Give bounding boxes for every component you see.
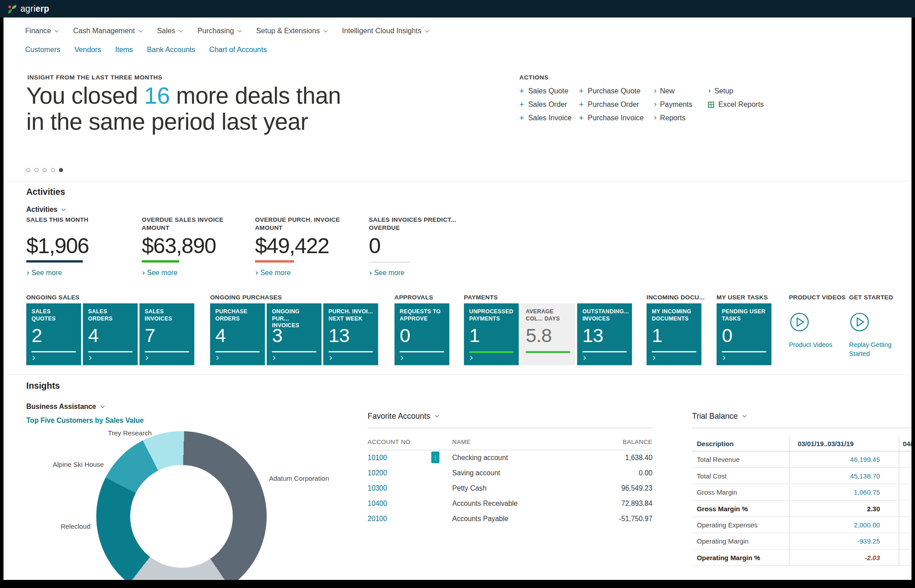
menu-setup-extensions[interactable]: Setup & Extensions [256,27,326,35]
see-more-link[interactable]: See more [26,269,141,277]
table-row: Total Cost 45,138.70 [692,468,911,484]
cue-tile-sales-invoices[interactable]: SALES INVOICES7 [140,303,194,365]
account-no-link[interactable]: 10300 [368,484,387,492]
table-row[interactable]: 10300 Petty Cash 96,549.23 [368,481,652,496]
play-icon[interactable] [789,312,810,333]
nav-link-vendors[interactable]: Vendors [75,45,101,53]
menu-label: Cash Management [73,27,135,35]
menu-purchasing[interactable]: Purchasing [198,27,241,35]
action-payments[interactable]: Payments [654,101,708,109]
account-no-link[interactable]: 10100 [368,454,387,462]
replay-getting-started-link[interactable]: Replay Getting Started [849,341,897,358]
chevron-down-icon [139,28,143,32]
carousel-dot[interactable] [51,168,55,172]
favorite-accounts-dropdown[interactable]: Favorite Accounts [368,412,652,421]
table-row[interactable]: 10200 Saving account 0.00 [368,465,652,481]
account-no-link[interactable]: 10200 [368,469,387,477]
tile-bar [31,351,76,352]
action-label: Sales Invoice [528,114,572,122]
chevron-right-icon [651,356,655,360]
headline-text: in the same period last year [26,109,308,134]
chevron-right-icon [215,356,219,360]
table-row[interactable]: 10400 Accounts Receivable 72,893.84 [368,496,652,511]
add-icon: + [579,115,584,121]
nav-link-bank-accounts[interactable]: Bank Accounts [147,45,195,53]
account-no-link[interactable]: 20100 [368,514,387,522]
carousel-dot[interactable] [26,168,30,172]
carousel-dot-active[interactable] [59,168,63,172]
menu-cash-management[interactable]: Cash Management [73,27,141,35]
cue-tile-requests-to-approve[interactable]: REQUESTS TO APPROVE0 [395,303,449,365]
add-icon: + [519,101,524,107]
brand-suffix: erp [35,4,49,13]
cue-tile-unprocessed-payments[interactable]: UNPROCESSED PAYMENTS1 [464,303,519,365]
tb-description: Gross Margin [692,489,789,496]
action-purchase-order[interactable]: +Purchase Order [579,101,653,109]
chevron-right-icon [469,356,473,360]
cue-group-ongoing-purchases: ONGOING PURCHASES PURCHASE ORDERS4 ONGOI… [210,294,378,365]
menu-sales[interactable]: Sales [157,27,182,35]
main-menu: Finance Cash Management Sales Purchasing… [25,27,428,35]
account-no-link[interactable]: 10400 [368,500,387,508]
activities-dropdown[interactable]: Activities [26,206,64,214]
add-icon: + [519,88,524,94]
product-videos-link[interactable]: Product Videos [789,341,837,349]
action-sales-quote[interactable]: +Sales Quote [519,87,579,95]
cue-tile-sales-quotes[interactable]: SALES QUOTES2 [26,303,81,365]
panel-title-label: Trial Balance [692,412,738,421]
tile-title: UNPROCESSED PAYMENTS [469,308,514,322]
business-assistance-dropdown[interactable]: Business Assistance [26,403,103,411]
cue-tile-purchase-orders[interactable]: PURCHASE ORDERS4 [210,303,265,365]
cue-tile-average-collection-days[interactable]: AVERAGE COL... DAYS5.8 [520,303,575,365]
cue-tile-my-incoming-documents[interactable]: MY INCOMING DOCUMENTS1 [647,303,701,365]
tile-title: AVERAGE COL... DAYS [526,308,570,322]
cue-group-payments: PAYMENTS UNPROCESSED PAYMENTS1 AVERAGE C… [464,294,632,365]
action-setup[interactable]: Setup [708,87,778,95]
action-new[interactable]: New [654,87,708,95]
action-purchase-invoice[interactable]: +Purchase Invoice [579,114,653,122]
chevron-down-icon [324,28,328,32]
cue-tile-sales-orders[interactable]: SALES ORDERS4 [83,303,138,365]
favorite-accounts-header: ACCOUNT NO. NAME BALANCE [368,438,652,450]
see-more-link[interactable]: See more [369,269,485,277]
see-more-link[interactable]: See more [142,269,255,277]
trial-balance-dropdown[interactable]: Trial Balance [692,412,911,421]
column-header-name: NAME [452,438,582,445]
carousel-dot[interactable] [35,168,39,172]
nav-link-customers[interactable]: Customers [25,45,61,53]
action-purchase-quote[interactable]: +Purchase Quote [579,87,653,95]
carousel-dot[interactable] [43,168,47,172]
menu-intelligent-cloud-insights[interactable]: Intelligent Cloud Insights [342,27,428,35]
tile-value: 5.8 [526,325,552,347]
action-label: Payments [660,101,692,109]
brand-logo[interactable]: agrierp [7,4,49,14]
account-balance: 96,549.23 [582,484,652,492]
see-more-link[interactable]: See more [255,269,369,277]
cue-tile-purch-invoices-next-week[interactable]: PURCH. INVOI... NEXT WEEK13 [323,303,378,365]
menu-label: Purchasing [198,27,234,35]
action-sales-invoice[interactable]: +Sales Invoice [519,114,579,122]
action-excel-reports[interactable]: Excel Reports [708,101,778,109]
nav-link-items[interactable]: Items [115,45,133,53]
excel-icon [708,101,714,108]
chevron-right-icon [88,356,92,360]
play-icon[interactable] [849,312,870,333]
donut-chart[interactable] [96,431,267,580]
account-name: Accounts Payable [452,514,582,522]
action-label: Reports [660,114,686,122]
row-options-button[interactable]: ⋮ [431,452,440,463]
menu-finance[interactable]: Finance [25,27,57,35]
action-sales-order[interactable]: +Sales Order [519,101,579,109]
tile-title: PENDING USER TASKS [722,308,766,322]
cue-tile-pending-user-tasks[interactable]: PENDING USER TASKS0 [717,303,771,365]
activities-section-title: Activities [26,187,65,197]
donut-label-trey-research: Trey Research [74,430,152,437]
table-row[interactable]: 10100⋮ Checking account 1,638.40 [368,450,652,465]
cue-tile-ongoing-purchase-invoices[interactable]: ONGOING PUR... INVOICES3 [267,303,321,365]
action-reports[interactable]: Reports [654,114,708,122]
nav-link-chart-of-accounts[interactable]: Chart of Accounts [209,45,267,53]
tile-bar [652,351,696,352]
top-five-customers-link[interactable]: Top Five Customers by Sales Value [26,417,143,425]
table-row[interactable]: 20100 Accounts Payable -51,750.97 [368,511,652,527]
cue-tile-outstanding-invoices[interactable]: OUTSTANDING... INVOICES13 [577,303,632,365]
